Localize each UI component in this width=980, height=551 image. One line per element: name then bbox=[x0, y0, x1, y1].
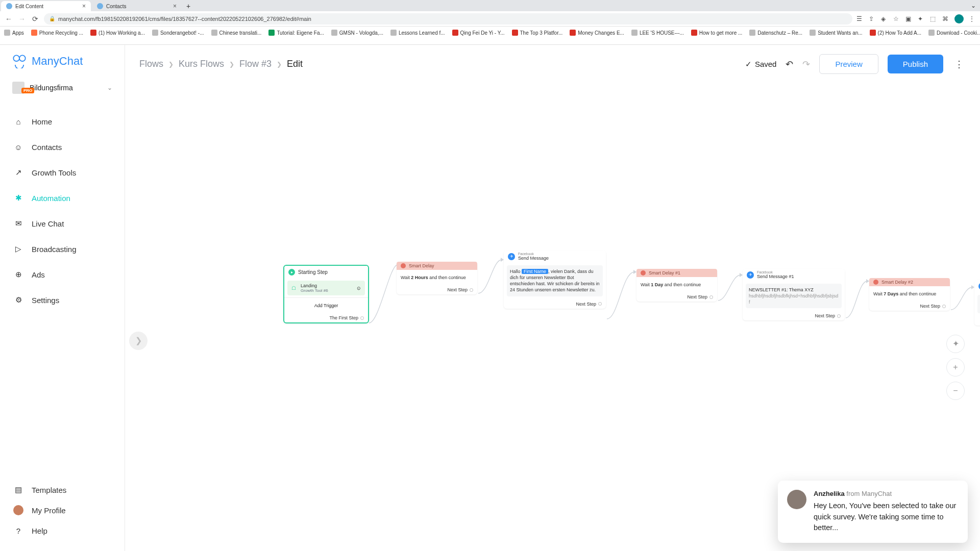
bookmark-item[interactable]: Money Changes E... bbox=[570, 30, 624, 36]
node-smart-delay-2[interactable]: Smart Delay #2 Wait 7 Days and then cont… bbox=[869, 278, 950, 311]
intercom-popup[interactable]: Anzhelika from ManyChat Hey Leon, You've… bbox=[778, 481, 968, 543]
preview-button[interactable]: Preview bbox=[819, 54, 878, 74]
node-send-message-2[interactable]: ✈FacebookSend Message #2 NEWSLETTER #2: … bbox=[974, 280, 980, 325]
sidebar-item-settings[interactable]: ⚙Settings bbox=[0, 289, 125, 311]
port-icon[interactable] bbox=[709, 295, 713, 299]
tab-contacts[interactable]: Contacts × bbox=[92, 1, 182, 11]
sidebar-item-growth-tools[interactable]: ↗Growth Tools bbox=[0, 161, 125, 184]
sidebar-item-automation[interactable]: ✱Automation bbox=[0, 187, 125, 209]
forward-button[interactable]: → bbox=[17, 14, 27, 23]
node-smart-delay[interactable]: Smart Delay Wait 2 Hours and then contin… bbox=[397, 262, 477, 294]
landing-sub: Growth Tool #6 bbox=[301, 288, 328, 293]
node-send-message-1[interactable]: ✈FacebookSend Message #1 NEWSLETTER #1: … bbox=[743, 269, 845, 320]
translate-icon[interactable]: ☰ bbox=[856, 15, 864, 22]
close-icon[interactable]: × bbox=[173, 3, 177, 9]
click-tool-button[interactable]: ✦ bbox=[946, 335, 965, 353]
sidebar-item-live-chat[interactable]: ✉Live Chat bbox=[0, 212, 125, 235]
bookmark-item[interactable]: Sonderangebot! -... bbox=[152, 30, 204, 36]
node-send-message[interactable]: ✈FacebookSend Message Hallo First Name, … bbox=[504, 251, 606, 309]
publish-button[interactable]: Publish bbox=[888, 55, 943, 73]
url-bar[interactable]: 🔒 manychat.com/fb198150208192061/cms/fil… bbox=[44, 13, 852, 24]
sidebar-item-templates[interactable]: ▤Templates bbox=[0, 480, 125, 500]
trigger-landing[interactable]: ☖ Landing Growth Tool #6 ⊙ bbox=[287, 281, 365, 295]
menu-icon[interactable]: ⋮ bbox=[969, 15, 976, 22]
pinterest-icon[interactable]: ◈ bbox=[881, 15, 888, 22]
message-body: Hallo First Name, vielen Dank, dass du d… bbox=[507, 265, 603, 296]
sidebar-item-profile[interactable]: My Profile bbox=[0, 500, 125, 520]
flow-canvas[interactable]: ❯ ✦ + − ▸Starting Step ☖ Landing Growth … bbox=[125, 81, 980, 551]
star-icon[interactable]: ☆ bbox=[893, 15, 900, 22]
collapse-sidebar-button[interactable]: ❯ bbox=[129, 332, 148, 350]
back-button[interactable]: ← bbox=[4, 14, 13, 23]
reload-button[interactable]: ⟳ bbox=[31, 14, 40, 23]
svg-point-0 bbox=[13, 55, 19, 61]
tab-edit-content[interactable]: Edit Content × bbox=[1, 1, 91, 11]
bookmark-item[interactable]: Qing Fei De Yi - Y... bbox=[452, 30, 505, 36]
avatar[interactable] bbox=[954, 14, 964, 23]
topbar: Flows ❯ Kurs Flows ❯ Flow #3 ❯ Edit ✓Sav… bbox=[125, 45, 980, 81]
port-icon[interactable] bbox=[598, 302, 602, 306]
bookmark-item[interactable]: Phone Recycling ... bbox=[31, 30, 83, 36]
bookmark-item[interactable]: (2) How To Add A... bbox=[870, 30, 921, 36]
node-smart-delay-1[interactable]: Smart Delay #1 Wait 1 Day and then conti… bbox=[636, 269, 717, 302]
sidebar: ManyChat PRO Bildungsfirma ⌄ ⌂Home ☺Cont… bbox=[0, 45, 125, 551]
cog-icon[interactable]: ⊙ bbox=[357, 286, 361, 291]
close-icon[interactable]: × bbox=[82, 3, 86, 9]
crumb-edit: Edit bbox=[287, 59, 303, 69]
bookmark-item[interactable]: GMSN - Vologda,... bbox=[331, 30, 383, 36]
kebab-menu-icon[interactable]: ⋮ bbox=[952, 59, 966, 70]
bookmark-item[interactable]: The Top 3 Platfor... bbox=[512, 30, 563, 36]
crumb-flow-3[interactable]: Flow #3 bbox=[239, 59, 272, 69]
zoom-in-button[interactable]: + bbox=[946, 358, 965, 377]
node-title: Send Message bbox=[518, 256, 549, 261]
bookmark-item[interactable]: (1) How Working a... bbox=[90, 30, 145, 36]
bookmark-item[interactable]: Tutorial: Eigene Fa... bbox=[268, 30, 324, 36]
crumb-kurs-flows[interactable]: Kurs Flows bbox=[179, 59, 224, 69]
chevron-down-icon[interactable]: ⌄ bbox=[971, 2, 976, 9]
share-icon[interactable]: ⇪ bbox=[869, 15, 876, 22]
tab-strip: Edit Content × Contacts × + ⌄ bbox=[0, 0, 980, 11]
sidebar-item-home[interactable]: ⌂Home bbox=[0, 110, 125, 133]
sidebar-item-help[interactable]: ?Help bbox=[0, 520, 125, 541]
puzzle-icon[interactable]: ✦ bbox=[918, 15, 925, 22]
node-starting-step[interactable]: ▸Starting Step ☖ Landing Growth Tool #6 … bbox=[283, 265, 369, 323]
help-icon: ? bbox=[13, 525, 23, 536]
extension2-icon[interactable]: ⬚ bbox=[930, 15, 937, 22]
bookmark-icon bbox=[928, 30, 935, 36]
sidebar-item-contacts[interactable]: ☺Contacts bbox=[0, 136, 125, 158]
undo-button[interactable]: ↶ bbox=[786, 59, 793, 70]
bookmark-item[interactable]: Download - Cooki... bbox=[928, 30, 980, 36]
bookmark-item[interactable]: LEE 'S HOUSE---... bbox=[631, 30, 684, 36]
pro-badge: PRO bbox=[21, 88, 34, 93]
zoom-out-button[interactable]: − bbox=[946, 382, 965, 400]
messenger-icon: ✈ bbox=[747, 271, 754, 279]
add-trigger-button[interactable]: Add Trigger bbox=[284, 297, 368, 313]
bookmark-icon bbox=[268, 30, 275, 36]
bookmark-item[interactable]: How to get more ... bbox=[691, 30, 742, 36]
bookmark-item[interactable]: Chinese translati... bbox=[211, 30, 262, 36]
bookmark-item[interactable]: Student Wants an... bbox=[810, 30, 862, 36]
port-label: Next Step bbox=[815, 313, 835, 318]
port-icon[interactable] bbox=[470, 288, 473, 292]
node-title: Smart Delay #1 bbox=[649, 270, 680, 276]
qr-icon[interactable]: ⌘ bbox=[942, 15, 949, 22]
account-switcher[interactable]: PRO Bildungsfirma ⌄ bbox=[9, 80, 115, 96]
port-icon[interactable] bbox=[942, 305, 946, 308]
sidebar-item-broadcasting[interactable]: ▷Broadcasting bbox=[0, 238, 125, 260]
bookmark-item[interactable]: Lessons Learned f... bbox=[390, 30, 445, 36]
breadcrumb: Flows ❯ Kurs Flows ❯ Flow #3 ❯ Edit bbox=[139, 59, 303, 69]
save-status: ✓Saved bbox=[745, 60, 777, 69]
crumb-flows[interactable]: Flows bbox=[139, 59, 163, 69]
bookmark-icon bbox=[31, 30, 37, 36]
sidebar-item-ads[interactable]: ⊕Ads bbox=[0, 263, 125, 286]
new-tab-button[interactable]: + bbox=[183, 1, 194, 11]
port-icon[interactable] bbox=[360, 316, 364, 320]
url-text: manychat.com/fb198150208192061/cms/files… bbox=[58, 16, 311, 22]
port-icon[interactable] bbox=[837, 314, 841, 318]
apps-shortcut[interactable]: Apps bbox=[4, 30, 24, 36]
brand[interactable]: ManyChat bbox=[0, 54, 125, 80]
chevron-right-icon: ❯ bbox=[168, 61, 174, 68]
extension-icon[interactable]: ▣ bbox=[905, 15, 913, 22]
bookmark-item[interactable]: Datenschutz – Re... bbox=[749, 30, 802, 36]
bookmark-icon bbox=[452, 30, 458, 36]
